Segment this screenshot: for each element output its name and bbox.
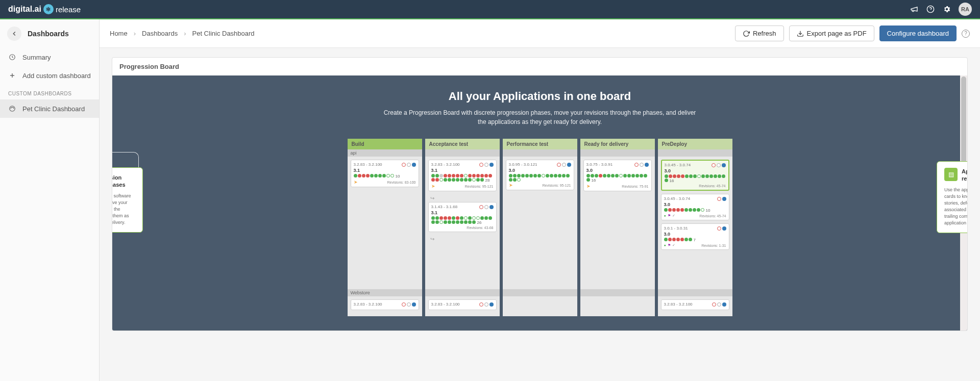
breadcrumb-current: Pet Clinic Dashboard — [192, 30, 254, 37]
revision-card[interactable]: 3.1.43 - 3.1.68 3.1 26 Revisions: 43-68 — [428, 202, 497, 232]
intro-title: All your Applications in one board — [133, 90, 947, 103]
progression-board-widget: Progression Board All your Applications … — [112, 57, 968, 331]
phase-column-acceptance: Acceptance test 3.2.83 - 3.2.100 3.1 28 … — [425, 139, 500, 316]
chevron-right-icon: › — [184, 30, 186, 37]
phase-header: Ready for delivery — [580, 139, 655, 149]
callout-phases: ▮▮ Progression board phases Define your … — [112, 167, 143, 233]
revision-card[interactable]: 3.0.1 - 3.0.31 3.0 7 ●⚑✓Revisions: 1-31 — [661, 223, 729, 250]
back-button[interactable] — [7, 27, 21, 41]
settings-icon[interactable] — [942, 5, 951, 14]
sidebar-item-label: Add custom dashboard — [22, 72, 91, 80]
intro-text: Create a Progression Board with discrete… — [382, 108, 698, 126]
phase-column-predeploy: PreDeploy 3.0.45 - 3.0.74 3.0 16 Revisio… — [658, 139, 732, 316]
revision-card-highlighted[interactable]: 3.0.45 - 3.0.74 3.0 16 Revisions: 45-74 — [661, 160, 729, 191]
breadcrumb-home[interactable]: Home — [110, 30, 128, 37]
breadcrumb: Home › Dashboards › Pet Clinic Dashboard — [110, 30, 255, 37]
chevron-right-icon: › — [134, 30, 136, 37]
phase-column-ready: Ready for delivery 3.0.75 - 3.0.91 3.0 1… — [580, 139, 655, 316]
revision-card[interactable]: 3.0.95 - 3.0.121 3.0 ➤Revisions: 95-121 — [506, 160, 574, 190]
phase-header: PreDeploy — [658, 139, 732, 149]
phase-header: Acceptance test — [425, 139, 500, 149]
export-pdf-button[interactable]: Export page as PDF — [789, 26, 874, 41]
revision-card[interactable]: 3.0.75 - 3.0.91 3.0 16 ➤Revisions: 75-91 — [583, 160, 652, 191]
help-icon[interactable]: ? — [962, 30, 970, 38]
app-label: api — [348, 149, 422, 157]
brand-logo[interactable]: digital.ai ✻ release — [8, 4, 81, 14]
continuation-icon: ↪ — [428, 235, 497, 243]
sidebar-item-label: Pet Clinic Dashboard — [22, 105, 85, 113]
sidebar-item-pet-clinic[interactable]: Pet Clinic Dashboard — [0, 99, 99, 118]
content-header: Home › Dashboards › Pet Clinic Dashboard… — [100, 19, 980, 48]
sidebar-section-label: CUSTOM DASHBOARDS — [0, 85, 99, 99]
callout-revision-card: ▤ Application revision card Use the appl… — [937, 161, 968, 233]
sidebar: Dashboards Summary Add custom dashboard … — [0, 19, 100, 381]
revision-card[interactable]: 3.2.83 - 3.2.100 3.1 28 ➤Revisions: 95-1… — [428, 160, 497, 191]
sidebar-item-add-custom[interactable]: Add custom dashboard — [0, 66, 99, 85]
svg-point-5 — [10, 106, 15, 112]
revision-card[interactable]: 3.2.83 - 3.2.100 — [428, 299, 497, 310]
dashboard-icon — [8, 105, 16, 113]
top-nav-bar: digital.ai ✻ release RA — [0, 0, 980, 19]
user-avatar[interactable]: RA — [959, 3, 972, 16]
phase-header: Build — [348, 139, 422, 149]
revision-card[interactable]: 3.2.83 - 3.2.100 — [661, 299, 729, 310]
sidebar-item-summary[interactable]: Summary — [0, 48, 99, 66]
announcement-icon[interactable] — [910, 5, 919, 14]
refresh-button[interactable]: Refresh — [735, 26, 784, 41]
widget-title: Progression Board — [112, 58, 967, 75]
breadcrumb-dashboards[interactable]: Dashboards — [142, 30, 178, 37]
help-icon[interactable] — [926, 5, 935, 14]
sidebar-item-label: Summary — [22, 54, 51, 61]
phase-column-build: Build api 3.2.83 - 3.2.100 3.1 10 ➤Revis… — [348, 139, 422, 316]
continuation-icon: ↪ — [428, 194, 497, 202]
sidebar-title: Dashboards — [28, 30, 69, 38]
phase-column-performance: Performance test 3.0.95 - 3.0.121 3.0 ➤R… — [503, 139, 577, 316]
card-icon: ▤ — [944, 168, 958, 181]
product-icon: ✻ — [43, 4, 54, 14]
configure-dashboard-button[interactable]: Configure dashboard — [879, 26, 957, 41]
summary-icon — [8, 53, 16, 61]
progression-board: Build api 3.2.83 - 3.2.100 3.1 10 ➤Revis… — [348, 139, 732, 316]
revision-card[interactable]: 3.2.83 - 3.2.100 3.1 10 ➤Revisions: 83-1… — [351, 160, 419, 187]
revision-card[interactable]: 3.0.45 - 3.0.74 3.0 10 ●⚑✓Revisions: 45-… — [661, 194, 729, 220]
app-label: Webstore — [348, 289, 422, 296]
phase-header: Performance test — [503, 139, 577, 149]
revision-card[interactable]: 3.2.83 - 3.2.100 — [351, 299, 419, 310]
plus-icon — [8, 71, 16, 80]
